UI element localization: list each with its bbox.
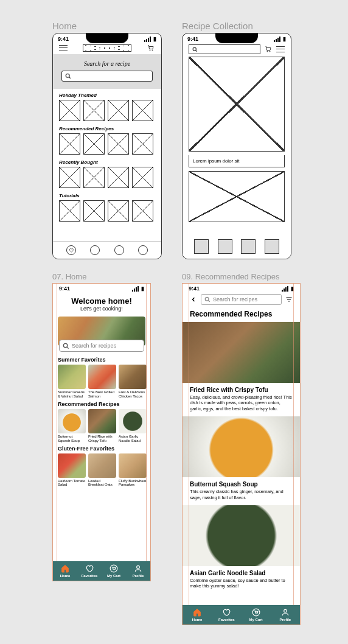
tab-label: Home	[60, 574, 71, 578]
recipe-card[interactable]: Fried Rice with Crispy Tofu	[88, 409, 116, 443]
heart-icon	[222, 608, 231, 617]
cart-icon[interactable]	[147, 44, 155, 52]
header	[183, 292, 300, 307]
recipe-placeholder[interactable]	[108, 167, 129, 188]
nav-item[interactable]	[265, 239, 279, 254]
recipe-placeholder[interactable]	[59, 133, 80, 155]
recipe-card[interactable]: The Best Grilled Salmon	[88, 365, 116, 399]
section-title: Recommended Recipes	[59, 126, 155, 131]
recipe-image	[119, 453, 147, 478]
tab-label: Profile	[133, 574, 144, 578]
svg-point-5	[270, 51, 270, 52]
nav-favorites[interactable]	[66, 245, 76, 255]
back-icon[interactable]	[190, 296, 197, 303]
search-box[interactable]	[59, 340, 144, 352]
menu-icon[interactable]	[59, 45, 68, 51]
recipe-image	[183, 505, 300, 566]
recipe-card[interactable]: Loaded Breakfast Oats	[88, 453, 116, 488]
mockup-recommended: 9:41 ▮ Recommended Recipes Fried Rice wi…	[182, 283, 301, 625]
recipe-image	[88, 453, 116, 478]
recipe-image	[58, 453, 86, 478]
recipe-placeholder[interactable]	[83, 200, 105, 222]
hero-title: Search for a recipe	[61, 60, 153, 67]
status-bar: 9:41 ▮	[53, 284, 150, 292]
search-input[interactable]	[200, 46, 257, 52]
tab-home[interactable]: Home	[53, 561, 77, 581]
heart-icon	[69, 248, 74, 253]
recipe-card[interactable]: Asian Garlic Noodle SaladCombine oyster …	[183, 505, 300, 594]
recipe-card[interactable]: Heirloom Tomato Salad	[58, 453, 86, 488]
nav-item[interactable]	[241, 239, 256, 254]
recipe-placeholder[interactable]	[108, 200, 129, 222]
menu-icon[interactable]	[276, 46, 285, 52]
recipe-card[interactable]: Fast & Delicious Chicken Tacos	[119, 365, 147, 399]
search-box[interactable]	[201, 294, 282, 305]
search-input[interactable]	[213, 296, 278, 303]
recipe-placeholder[interactable]	[59, 100, 80, 121]
recipe-card[interactable]: Fried Rice with Crispy TofuEasy, delicio…	[183, 322, 300, 416]
bottom-nav	[183, 234, 291, 259]
recipe-card[interactable]: Butternut Squash SoupThis creamy classic…	[183, 416, 300, 505]
tab-user[interactable]: Profile	[271, 605, 300, 625]
recipe-image	[119, 409, 147, 433]
filter-icon[interactable]	[285, 296, 293, 303]
wireframe-recipe-collection: 9:41 ▮ Lorem ipsum dolor sit	[182, 33, 291, 259]
nav-item[interactable]	[90, 245, 100, 255]
recipe-placeholder[interactable]	[83, 167, 105, 188]
recipe-placeholder[interactable]	[132, 167, 153, 188]
home-icon	[193, 608, 201, 617]
section-title: Summer Favorites	[58, 357, 145, 363]
layout-guide	[189, 284, 189, 625]
recipe-image	[183, 416, 300, 477]
search-box[interactable]	[189, 44, 260, 54]
search-icon	[65, 73, 71, 79]
tab-cart[interactable]: My Cart	[102, 561, 126, 581]
search-icon	[204, 296, 211, 303]
status-icons: ▮	[144, 36, 156, 42]
section-title: Holiday Themed	[59, 93, 155, 98]
search-box[interactable]	[61, 71, 153, 82]
recipe-image	[58, 409, 86, 433]
recipe-placeholder[interactable]	[83, 100, 105, 121]
wireframe-2-label: Recipe Collection	[182, 21, 253, 31]
svg-point-2	[66, 74, 69, 77]
cart-icon[interactable]	[264, 46, 273, 53]
tab-cart[interactable]: My Cart	[242, 605, 271, 625]
search-input[interactable]	[74, 73, 149, 79]
cart-icon	[110, 564, 118, 573]
tab-bar: HomeFavoritesMy CartProfile	[183, 605, 300, 625]
status-time: 9:41	[59, 285, 70, 292]
layout-guide	[57, 284, 57, 581]
recipe-placeholder[interactable]	[108, 100, 129, 121]
tab-heart[interactable]: Favorites	[212, 605, 241, 625]
recipe-card[interactable]: Summer Greens & Walnut Salad	[58, 365, 86, 399]
tab-heart[interactable]: Favorites	[77, 561, 102, 581]
recipe-placeholder[interactable]	[59, 167, 80, 188]
nav-item[interactable]	[194, 239, 209, 254]
recipe-name: The Best Grilled Salmon	[88, 390, 116, 399]
layout-guide	[293, 284, 294, 625]
svg-point-10	[252, 609, 260, 616]
search-input[interactable]	[72, 343, 141, 349]
tab-user[interactable]: Profile	[126, 561, 150, 581]
nav-item[interactable]	[218, 239, 232, 254]
toolbar	[53, 42, 161, 54]
nav-item[interactable]	[138, 245, 148, 255]
recipe-card[interactable]: Fluffy Buckwheat Pancakes	[119, 453, 147, 488]
recipe-placeholder[interactable]	[108, 133, 129, 155]
recipe-card[interactable]: Asian Garlic Noodle Salad	[119, 409, 147, 443]
page-title: Recommended Recipes	[183, 307, 300, 322]
recipe-placeholder[interactable]	[83, 133, 105, 155]
recipe-card[interactable]: Butternut Squash Soup	[58, 409, 86, 443]
recipe-placeholder[interactable]	[132, 200, 153, 222]
welcome-header: Welcome home! Let's get cooking!	[53, 292, 150, 314]
status-bar: 9:41 ▮	[183, 284, 300, 292]
recipe-description: Easy, delicious, and crowd-pleasing frie…	[190, 394, 293, 411]
tab-home[interactable]: Home	[183, 605, 212, 625]
status-time: 9:41	[187, 36, 198, 42]
nav-item[interactable]	[114, 245, 124, 255]
recipe-name: Asian Garlic Noodle Salad	[119, 435, 147, 443]
recipe-placeholder[interactable]	[132, 100, 153, 121]
recipe-placeholder[interactable]	[59, 200, 80, 222]
recipe-placeholder[interactable]	[132, 133, 153, 155]
